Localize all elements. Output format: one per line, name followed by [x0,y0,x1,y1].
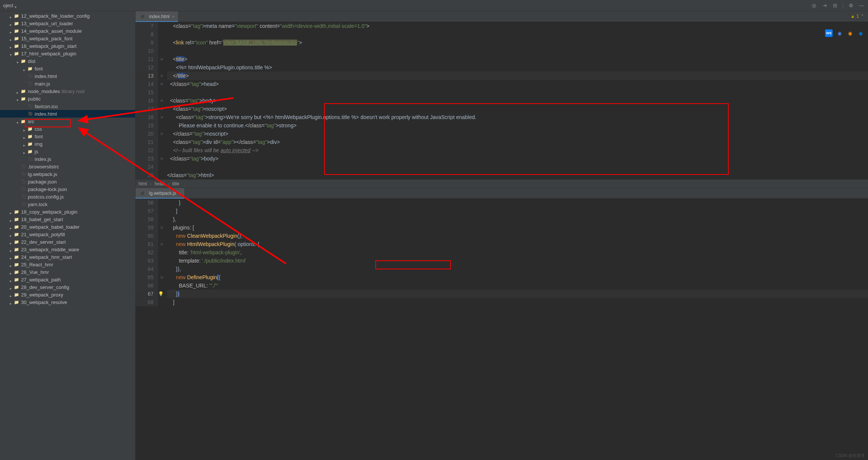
tree-row[interactable]: 18_copy_webpack_plugin [0,208,135,215]
firefox-icon[interactable]: ◉ [846,29,854,37]
code-line[interactable]: <link rel="icon" href="<%= BASE_URL %>fa… [167,38,868,47]
chevron-right-icon[interactable] [10,240,14,244]
code-line[interactable]: new CleanWebpackPlugin(), [167,232,868,240]
chevron-right-icon[interactable] [23,127,27,131]
tree-row[interactable]: package.json [0,178,135,185]
tree-row[interactable]: 16_webapck_plugin_start [0,42,135,50]
tree-row[interactable]: 20_webpack_babel_loader [0,223,135,231]
chevron-right-icon[interactable] [10,300,14,304]
hide-icon[interactable]: — [858,2,865,9]
tree-row[interactable]: node_moduleslibrary root [0,87,135,95]
chevron-right-icon[interactable] [10,263,14,266]
tree-row[interactable]: 24_webpack_hmr_start [0,253,135,261]
code-line[interactable]: new HtmlWebpackPlugin( options: { [167,240,868,248]
tree-row[interactable]: font [0,133,135,140]
tree-row[interactable]: index.html [0,72,135,80]
code-line[interactable]: <class="tag">strong>We're sorry but <%= … [167,113,868,121]
code-line[interactable]: }), [167,265,868,273]
tree-row[interactable]: 21_webpack_polyfill [0,231,135,238]
project-tree[interactable]: 12_webpack_file_loader_config13_webpack_… [0,11,136,460]
tree-row[interactable]: 14_webpack_asset_module [0,27,135,35]
chevron-right-icon[interactable] [23,134,27,138]
chevron-right-icon[interactable] [10,270,14,274]
breadcrumb-item[interactable]: title [172,181,179,186]
chevron-down-icon[interactable] [17,119,20,123]
edge-icon[interactable]: ◉ [857,29,864,37]
chevron-right-icon[interactable] [10,285,14,289]
tree-row[interactable]: package-lock.json [0,185,135,193]
code-line[interactable]: <class="tag">meta name="viewport" conten… [167,22,868,30]
code-line[interactable]: }, [167,215,868,223]
code-line[interactable] [167,47,868,55]
close-icon[interactable]: × [172,14,174,19]
tree-row[interactable]: 12_webpack_file_loader_config [0,12,135,20]
code-line[interactable]: <!-- built files will be auto injected -… [167,146,868,154]
tree-row[interactable]: 22_dev_server_start [0,238,135,246]
code-line[interactable]: Please enable it to continue.</class="ta… [167,121,868,130]
project-title[interactable]: oject [3,3,18,8]
inspection-toggle-icon[interactable]: ⌃ [860,14,864,19]
tree-row[interactable]: 13_webpack_url_loader [0,20,135,27]
tree-row[interactable]: 19_babel_get_start [0,215,135,223]
code-line[interactable]: 💡 }) [167,290,868,298]
warning-badge[interactable]: ▲ 1 ⌃ [850,14,864,19]
code-line[interactable]: <%= htmlWebpackPlugin.options.title %> [167,63,868,72]
tree-row[interactable]: 23_webapck_middle_ware [0,246,135,253]
webstorm-icon[interactable]: WS [825,29,833,37]
code-line[interactable]: <class="tag">div id="app"></class="tag">… [167,138,868,146]
tree-row[interactable]: src [0,118,135,125]
chevron-down-icon[interactable] [17,59,20,63]
code-line[interactable]: <title> [167,55,868,63]
chevron-right-icon[interactable] [10,210,14,214]
tree-row[interactable]: 17_html_webpack_plugin [0,50,135,57]
chevron-right-icon[interactable] [10,248,14,251]
code-line[interactable]: </title> [167,72,868,80]
chevron-right-icon[interactable] [10,225,14,229]
code-line[interactable] [167,30,868,38]
code-line[interactable]: <class="tag">body> [167,96,868,105]
chevron-right-icon[interactable] [23,67,27,70]
code-line[interactable] [167,88,868,96]
intention-bulb-icon[interactable]: 💡 [158,290,164,298]
chevron-right-icon[interactable] [10,232,14,236]
tab-lg-webpack[interactable]: lg.webpack.js × [136,188,185,198]
code-line[interactable]: </class="tag">noscript> [167,130,868,138]
tree-row[interactable]: .browserslistrc [0,163,135,170]
code-line[interactable]: } [167,199,868,207]
tree-row[interactable]: lg.webpack.js [0,170,135,178]
tree-row[interactable]: 15_webpack_pack_font [0,35,135,42]
code-line[interactable]: ] [167,207,868,215]
tree-row[interactable]: img [0,140,135,148]
chevron-down-icon[interactable] [17,97,20,101]
close-icon[interactable]: × [178,191,181,196]
tree-row[interactable]: postcss.config.js [0,193,135,200]
tree-row[interactable]: dist [0,57,135,65]
chevron-right-icon[interactable] [10,293,14,296]
code-line[interactable]: ] [167,298,868,306]
chevron-right-icon[interactable] [10,255,14,259]
code-line[interactable]: BASE_URL: '"./"' [167,281,868,290]
code-line[interactable] [167,163,868,171]
tree-row[interactable]: index.html [0,110,135,118]
code-line[interactable]: title: 'html-webpack-plugin', [167,248,868,257]
chevron-right-icon[interactable] [23,150,27,153]
chevron-right-icon[interactable] [17,89,20,93]
collapse-icon[interactable]: ⊟ [831,2,838,9]
code-editor-bottom[interactable]: 56575859606162636465666768 ⊖⊖⊖ } ] }, pl… [136,199,868,306]
gear-icon[interactable]: ⚙ [848,2,854,9]
breadcrumb[interactable]: html head title [136,179,868,188]
tree-row[interactable]: js [0,148,135,155]
tree-row[interactable]: favicon.ico [0,102,135,110]
chevron-right-icon[interactable] [10,44,14,48]
chevron-right-icon[interactable] [10,29,14,33]
chevron-right-icon[interactable] [10,217,14,221]
chevron-right-icon[interactable] [10,37,14,40]
chevron-right-icon[interactable] [23,142,27,146]
breadcrumb-item[interactable]: head [155,181,165,186]
tree-row[interactable]: font [0,65,135,72]
code-line[interactable]: </class="tag">html> [167,171,868,179]
code-line[interactable]: <class="tag">noscript> [167,105,868,113]
tree-row[interactable]: 29_webpack_proxy [0,291,135,298]
tree-row[interactable]: main.js [0,80,135,87]
tree-row[interactable]: 25_React_hmr [0,261,135,268]
